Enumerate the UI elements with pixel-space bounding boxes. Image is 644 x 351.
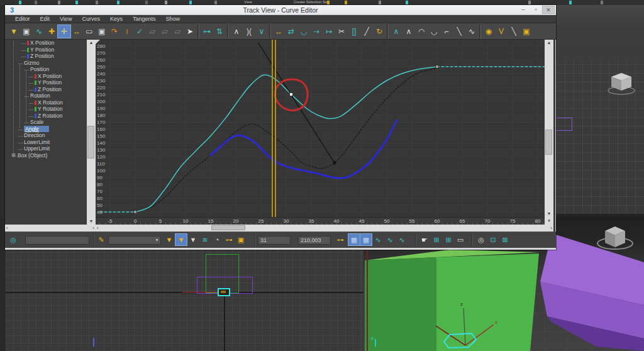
split-curve-icon[interactable]: ╱ — [360, 25, 373, 38]
selected-key[interactable] — [290, 93, 293, 96]
time-ruler[interactable]: -505101520253035404550556065707580 — [96, 217, 545, 225]
tangent-step-icon[interactable]: ⌐ — [440, 25, 453, 38]
menu-keys[interactable]: Keys — [105, 16, 128, 22]
dope-sheet-mode-icon[interactable]: ▦ — [360, 234, 372, 245]
filter-active-layer-icon[interactable]: ≋ — [199, 234, 211, 245]
key-time-field[interactable] — [258, 236, 291, 245]
key-transform-icon[interactable]: ⊶ — [201, 25, 213, 38]
menu-edit[interactable]: Edit — [35, 16, 55, 22]
buffer-curve-icon-2[interactable]: ▱ — [158, 25, 171, 38]
track-item-angle[interactable]: Angle — [5, 126, 87, 133]
purple-box-wireframe[interactable] — [556, 118, 572, 131]
filter-animated-tracks-icon[interactable]: ▼ — [187, 234, 199, 245]
menu-editor[interactable]: Editor — [10, 16, 35, 22]
isolate-curve-icon[interactable]: ⊠ — [499, 234, 511, 245]
show-selected-curves-icon[interactable]: ∿ — [372, 234, 384, 245]
zoom-region-icon[interactable]: ⊡ — [487, 234, 499, 245]
menu-tangents[interactable]: Tangents — [128, 16, 161, 22]
align-keys-right-icon[interactable]: ⇄ — [285, 25, 297, 38]
title-bar[interactable]: 3 Track View - Curve Editor – ▫ ✕ — [5, 5, 556, 15]
add-keys-icon[interactable]: ✚ — [45, 25, 58, 38]
buffer-curve-icon-3[interactable]: ▱ — [171, 25, 184, 38]
viewcube[interactable] — [605, 68, 640, 97]
ease-curve-icon[interactable]: ∧ — [230, 25, 243, 38]
filters-icon[interactable]: ▼ — [8, 25, 20, 38]
unify-tangents-icon[interactable]: ╲ — [508, 25, 520, 38]
key-point[interactable] — [333, 162, 336, 164]
edit-track-set-icon[interactable]: ✎ — [96, 234, 107, 245]
lock-tangents-icon[interactable]: ▣ — [520, 25, 533, 38]
tree-vertical-scrollbar[interactable]: ▲ ▼ — [87, 40, 96, 225]
filter-unlocked-tracks-icon[interactable]: ⊶ — [223, 234, 235, 245]
curve-graph-area[interactable]: 2802702602502402302202102001901801701601… — [96, 40, 545, 217]
curve-editor-mode-icon[interactable]: ▦ — [348, 234, 360, 245]
align-keys-left-icon[interactable]: ↔ — [272, 25, 285, 38]
tangent-spline-icon[interactable]: ∧ — [402, 25, 415, 38]
green-cube-left-face[interactable] — [365, 257, 436, 351]
spacing-keys-icon[interactable]: ⇢ — [310, 25, 323, 38]
move-keys-icon[interactable]: ✛ — [58, 25, 70, 38]
pan-icon[interactable]: ☛ — [419, 234, 430, 245]
paste-keys-icon[interactable]: ↦ — [323, 25, 335, 38]
key-point[interactable] — [134, 211, 137, 214]
selection-set-dropdown[interactable]: ▼ — [108, 236, 161, 245]
snap-cage-icon[interactable]: ◡ — [297, 25, 310, 38]
minimize-button[interactable]: – — [517, 6, 530, 14]
tangent-fast-icon[interactable]: ◠ — [415, 25, 428, 38]
filter-selected-objects-icon[interactable]: ▼ — [175, 234, 187, 245]
track-item-box-object-[interactable]: ⊞Box (Object) — [5, 153, 87, 160]
zoom-value-extents-range-icon[interactable]: ⊞ — [443, 234, 454, 245]
buffer-curve-icon-1[interactable]: ▱ — [146, 25, 158, 38]
show-all-curves-icon[interactable]: ∿ — [384, 234, 396, 245]
viewcube[interactable] — [597, 226, 633, 249]
key-nudge-icon[interactable]: ⇅ — [213, 25, 226, 38]
track-hierarchy-tree[interactable]: X PositionY PositionZ PositionGizmoPosit… — [5, 40, 87, 225]
close-button[interactable]: ✕ — [542, 6, 555, 14]
lock-selection-icon[interactable]: ▣ — [20, 25, 33, 38]
track-name-filter-input[interactable] — [25, 236, 89, 245]
reduce-keys-icon[interactable]: ∨ — [255, 25, 268, 38]
ruler-corner: ▾ — [545, 217, 553, 225]
zoom-horizontal-extents-icon[interactable]: ⊞ — [431, 234, 442, 245]
slide-keys-icon[interactable]: ↔ — [70, 25, 83, 38]
simplify-curve-icon[interactable]: ≀ — [121, 25, 133, 38]
viewport-top-right[interactable] — [556, 5, 644, 218]
show-tangents-icon[interactable]: ◉ — [482, 25, 495, 38]
track-item-z-position[interactable]: Z Position — [5, 53, 87, 60]
show-ghosting-icon[interactable]: ✓ — [133, 25, 146, 38]
tangent-line[interactable] — [258, 43, 335, 163]
menu-view[interactable]: View — [55, 16, 77, 22]
tangent-linear-icon[interactable]: ╲ — [453, 25, 465, 38]
graph-horizontal-scrollbar[interactable]: ‹ › — [96, 225, 553, 231]
retime-tool-icon[interactable]: ↷ — [108, 25, 121, 38]
tangent-auto-icon[interactable]: ∧ — [390, 25, 402, 38]
tree-horizontal-scrollbar[interactable]: ‹ › — [5, 225, 96, 231]
zoom-time-icon[interactable]: ▭ — [455, 234, 466, 245]
draw-curves-icon[interactable]: ∿ — [33, 25, 45, 38]
select-cursor-icon[interactable]: ➤ — [184, 25, 196, 38]
cut-keys-icon[interactable]: ✂ — [335, 25, 348, 38]
filter-keyable-tracks-icon[interactable]: ◔ — [211, 234, 223, 245]
show-key-info-icon[interactable]: ⊶ — [335, 234, 346, 245]
tangent-smooth-icon[interactable]: ∿ — [465, 25, 478, 38]
graph-vertical-scrollbar[interactable]: ▲ ▼ — [545, 40, 553, 217]
selected-object-wireframe[interactable] — [218, 288, 230, 296]
multiplier-curve-icon[interactable]: )( — [243, 25, 255, 38]
zoom-value-extents-icon[interactable]: ◎ — [8, 234, 19, 245]
maximize-button[interactable]: ▫ — [530, 6, 542, 14]
menu-curves[interactable]: Curves — [77, 16, 105, 22]
scale-keys-icon[interactable]: ▭ — [83, 25, 96, 38]
scale-values-icon[interactable]: ▣ — [96, 25, 108, 38]
select-time-icon[interactable]: [] — [348, 25, 360, 38]
zoom-icon[interactable]: ◎ — [475, 234, 487, 245]
filter-selected-tracks-icon[interactable]: ▼ — [164, 234, 175, 245]
break-tangents-icon[interactable]: V — [495, 25, 508, 38]
key-point[interactable] — [436, 65, 439, 69]
tangent-slow-icon[interactable]: ◡ — [428, 25, 440, 38]
key-value-field[interactable] — [298, 236, 331, 245]
show-hidden-curves-icon[interactable]: ∿ — [396, 234, 408, 245]
filter-locked-attributes-icon[interactable]: ▣ — [235, 234, 247, 245]
menu-show[interactable]: Show — [160, 16, 185, 22]
track-item-z-rotation[interactable]: Z Rotation — [5, 113, 87, 120]
cycle-keys-icon[interactable]: ↻ — [373, 25, 386, 38]
